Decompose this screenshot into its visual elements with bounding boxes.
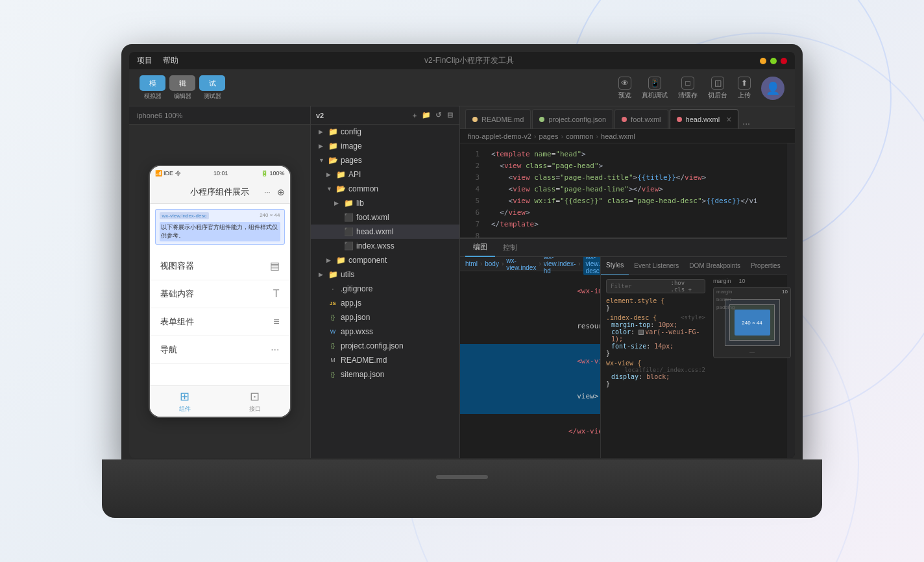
code-editor[interactable]: 12345678 <template name="head"> <view cl… [460, 143, 795, 458]
refresh-button[interactable]: ↺ [433, 111, 443, 120]
highlight-label: wx-view.index-desc [160, 212, 210, 219]
dom-line-4[interactable]: </wx-view> [460, 414, 600, 449]
folder-icon: 📁 [335, 169, 346, 180]
styles-tab-properties[interactable]: Properties [746, 257, 786, 275]
tree-item-index-wxss[interactable]: ▶ ⬛ index.wxss [311, 239, 459, 253]
code-line-4: <view class="page-head-line"></view> [491, 184, 787, 195]
breadcrumb-item-0: fino-applet-demo-v2 [468, 132, 531, 140]
bottom-tab-console[interactable]: 控制 [495, 239, 525, 257]
new-folder-button[interactable]: 📁 [422, 111, 431, 120]
phone-menu-item-3[interactable]: 导航 ··· [150, 336, 290, 364]
phone-nav-components-label: 组件 [179, 405, 191, 413]
chevron-right-icon: ▶ [334, 200, 343, 206]
upload-icon: ⬆ [738, 77, 751, 90]
tree-item-config[interactable]: ▶ 📁 config [311, 125, 459, 139]
realdevice-action[interactable]: 📱 真机调试 [642, 77, 668, 100]
dom-crumb-body[interactable]: body [485, 260, 499, 267]
minimize-button[interactable] [760, 58, 766, 64]
dom-crumb-html[interactable]: html [465, 260, 478, 267]
tab-dot-readme [472, 117, 478, 122]
upload-action[interactable]: ⬆ 上传 [738, 77, 751, 100]
tab-more-button[interactable]: ··· [742, 118, 750, 128]
phone-menu-list: 视图容器 ▤ 基础内容 T 表单组件 [150, 252, 290, 364]
file-icon-project-json: {} [328, 341, 338, 351]
tree-item-image[interactable]: ▶ 📁 image [311, 139, 459, 153]
tree-item-appwxss[interactable]: ▶ W app.wxss [311, 324, 459, 339]
clearcache-action[interactable]: □ 清缓存 [678, 77, 698, 100]
tree-item-common[interactable]: ▼ 📂 common [311, 182, 459, 196]
dom-sep-3: › [578, 260, 580, 267]
phone-menu-item-1[interactable]: 基础内容 T [150, 280, 290, 308]
wx-view-source: localfile:/_index.css:2 [624, 367, 705, 373]
code-line-5: <view wx:if="{{desc}}" class="page-head-… [491, 195, 787, 207]
file-icon-readme: M [328, 355, 338, 365]
tab-foot[interactable]: foot.wxml [614, 109, 668, 128]
tree-label-foot-wxml: foot.wxml [356, 213, 389, 222]
dom-line-3[interactable]: view> == $0 [460, 379, 600, 414]
close-button[interactable] [781, 58, 787, 64]
edit-button[interactable]: 辑 [169, 75, 195, 91]
tree-item-appjson[interactable]: ▶ {} app.json [311, 310, 459, 324]
terminal-action[interactable]: ◫ 切后台 [708, 77, 727, 100]
new-file-button[interactable]: + [410, 111, 419, 120]
preview-action[interactable]: 👁 预览 [618, 77, 631, 100]
tab-readme[interactable]: README.md [465, 109, 531, 128]
tree-item-api[interactable]: ▶ 📁 API [311, 167, 459, 182]
tree-item-projectjson[interactable]: ▶ {} project.config.json [311, 339, 459, 353]
tree-item-component[interactable]: ▶ 📁 component [311, 253, 459, 267]
styles-tab-styles[interactable]: Styles [601, 257, 629, 275]
simulate-button[interactable]: 模 [140, 75, 165, 91]
chevron-right-icon: ▶ [319, 143, 328, 149]
preview-label: 预览 [618, 91, 631, 100]
tree-label-utils: utils [341, 270, 354, 279]
tree-item-utils[interactable]: ▶ 📁 utils [311, 267, 459, 282]
padding-box: 240 × 44 [729, 304, 775, 341]
border-label: border [716, 297, 731, 302]
tab-project[interactable]: project.config.json [532, 109, 613, 128]
dom-line-5[interactable]: ▶<wx-view class="index-bd">_</wx-view> [460, 449, 600, 458]
tree-item-head-wxml[interactable]: ▶ ⬛ head.wxml [311, 225, 459, 239]
edit-label: 编辑器 [174, 92, 191, 101]
menu-item-help[interactable]: 帮助 [163, 55, 178, 66]
box-model-margin-val: 10 [739, 278, 746, 284]
tab-close-icon[interactable]: × [726, 114, 731, 125]
menu-item-project[interactable]: 项目 [137, 55, 152, 66]
user-avatar[interactable]: 👤 [761, 77, 784, 100]
collapse-button[interactable]: ⊟ [445, 111, 454, 120]
tab-head[interactable]: head.wxml × [670, 109, 739, 128]
dom-line-2[interactable]: <wx-view class="index-desc">以下将展示小程序官方组件… [460, 344, 600, 379]
styles-filter[interactable]: Filter :hov .cls + [606, 279, 705, 293]
dom-line-1[interactable]: resources/kind/logo.png">_</wx-image> [460, 309, 600, 344]
tree-item-sitemapjson[interactable]: ▶ {} sitemap.json [311, 367, 459, 382]
tree-item-gitignore[interactable]: ▶ · .gitignore [311, 282, 459, 296]
phone-nav-api[interactable]: ⊡ 接口 [220, 389, 290, 413]
test-button[interactable]: 试 [199, 75, 225, 91]
phone-frame: 📶 IDE 令 10:01 🔋 100% 小程序组件展示 ··· ⊕ [149, 165, 291, 418]
maximize-button[interactable] [770, 58, 777, 64]
dom-crumb-wxview-index[interactable]: wx-view.index [506, 257, 536, 271]
bottom-panel: 编图 控制 html › body [460, 238, 795, 458]
chevron-down-icon: ▼ [326, 186, 335, 192]
styles-tab-dom-breakpoints[interactable]: DOM Breakpoints [684, 257, 746, 275]
phone-nav-components-icon: ⊞ [180, 389, 189, 404]
styles-tab-events[interactable]: Event Listeners [629, 257, 684, 275]
styles-left: Filter :hov .cls + element.style { } [601, 275, 711, 458]
index-desc-source: <style> [681, 314, 705, 321]
phone-menu-icon-1: T [273, 288, 280, 300]
phone-expand-icon: ··· [264, 188, 270, 196]
tree-item-pages[interactable]: ▼ 📂 pages [311, 153, 459, 167]
preview-panel: iphone6 100% 📶 IDE 令 10:01 🔋 100% [129, 106, 311, 458]
main-area: iphone6 100% 📶 IDE 令 10:01 🔋 100% [129, 106, 795, 458]
bottom-tab-diagram[interactable]: 编图 [465, 239, 495, 257]
tab-dot-head [677, 117, 682, 122]
phone-menu-item-2[interactable]: 表单组件 ≡ [150, 308, 290, 336]
dom-line-0[interactable]: <wx-image class="index-logo" src="../res… [460, 274, 600, 309]
margin-label: margin [716, 289, 732, 295]
tree-item-appjs[interactable]: ▶ JS app.js [311, 296, 459, 310]
tree-item-foot-wxml[interactable]: ▶ ⬛ foot.wxml [311, 210, 459, 225]
phone-menu-icon-3: ··· [271, 344, 279, 356]
phone-nav-components[interactable]: ⊞ 组件 [150, 389, 220, 413]
tree-item-readme[interactable]: ▶ M README.md [311, 353, 459, 367]
phone-menu-item-0[interactable]: 视图容器 ▤ [150, 252, 290, 280]
tree-item-lib[interactable]: ▶ 📁 lib [311, 196, 459, 210]
